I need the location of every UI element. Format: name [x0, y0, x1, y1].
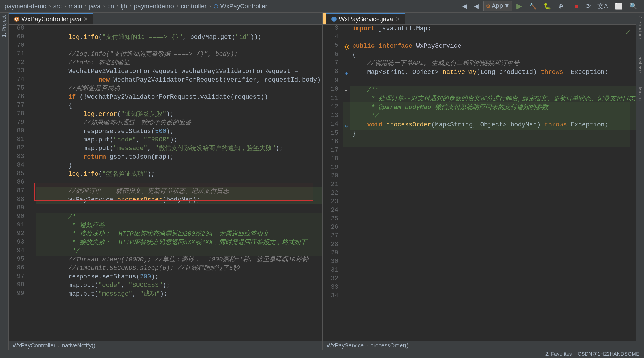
line-gutter: [29, 59, 36, 67]
favorites-label: 2: Favorites: [545, 351, 572, 357]
line-gutter: [343, 130, 350, 138]
back-button[interactable]: ◀: [460, 1, 469, 11]
left-tab-bar: C WxPayController.java ✕: [9, 13, 322, 25]
line-content: response.setStatus(200);: [36, 273, 322, 281]
line-num: 12: [323, 103, 343, 112]
forward-button[interactable]: ◀: [472, 1, 481, 11]
database-sidebar-label[interactable]: Database: [638, 53, 643, 73]
line-num: 72: [9, 59, 29, 67]
line-gutter: [29, 76, 36, 84]
left-footer-method: nativeNotify(): [62, 342, 96, 349]
line-content: WechatPay2ValidatorForRequest wechatPay2…: [36, 67, 322, 76]
line-content: * 处理订单--对支付通知的参数的密文部分进行解密,解密报文、更新订单状态、记录…: [350, 95, 636, 103]
line-content: }: [36, 161, 322, 170]
expand-button[interactable]: ⬜: [613, 1, 625, 11]
right-tab-bar: I WxPayService.java ✕: [323, 13, 636, 25]
coverage-button[interactable]: ⊕: [556, 1, 565, 11]
line-row: 17: [323, 147, 636, 155]
line-row-10: 10 = /**: [323, 86, 636, 95]
translate-button[interactable]: 文A: [595, 1, 610, 12]
line-gutter: [29, 187, 36, 196]
project-sidebar-label[interactable]: 1: Project: [1, 13, 7, 40]
stop-button[interactable]: ■: [573, 1, 581, 11]
line-row: 89: [9, 204, 322, 213]
line-content: //log.info("支付通知的完整数据 ====> {}", body);: [36, 50, 322, 59]
line-num: 29: [323, 249, 343, 258]
line-gutter: [29, 196, 36, 204]
line-content: [350, 138, 636, 147]
left-footer-class: WxPayController: [13, 342, 55, 349]
line-gutter: [29, 256, 36, 264]
line-content: [350, 249, 636, 258]
line-content: void processOrder(Map<String, Object> bo…: [350, 120, 636, 130]
line-row: 3 import java.util.Map;: [323, 25, 636, 33]
line-num: 86: [9, 179, 29, 187]
line-num: 88: [9, 196, 29, 204]
line-content: /**: [350, 86, 636, 95]
line-row: 8 ⊙ Map<String, Object> nativePay(Long p…: [323, 68, 636, 77]
line-num: 9: [323, 77, 343, 86]
line-content: [350, 77, 636, 86]
left-active-tab[interactable]: C WxPayController.java ✕: [9, 13, 93, 24]
line-content: [36, 204, 322, 213]
line-row-13: 13 */: [323, 112, 636, 120]
line-content: [36, 179, 322, 187]
left-editor-footer: WxPayController › nativeNotify(): [9, 341, 322, 350]
line-num: 5: [323, 42, 343, 51]
structure-sidebar-label[interactable]: 2: Structure: [638, 15, 643, 39]
app-icon: ⚙: [486, 2, 490, 10]
line-content: [350, 189, 636, 198]
app-selector[interactable]: ⚙ App ▼: [483, 1, 512, 11]
line-num: 85: [9, 170, 29, 179]
line-num: 22: [323, 189, 343, 198]
line-row-88: 88 wxPayService.processOrder(bodyMap);: [9, 196, 322, 204]
left-code-editor[interactable]: 68 69 log.info("支付通知的id ====> {}", bodyM…: [9, 25, 322, 341]
line-row: 74 new WechatPay2ValidatorForRequest(ver…: [9, 76, 322, 84]
line-row: 30: [323, 258, 636, 266]
run-button[interactable]: ▶: [514, 1, 524, 12]
line-content: log.info("签名验证成功");: [36, 170, 322, 179]
line-row: 77 {: [9, 102, 322, 110]
left-tab-label: WxPayController.java: [21, 15, 81, 23]
breadcrumb-sep-8: ›: [208, 3, 212, 9]
editors-main: C WxPayController.java ✕: [9, 13, 636, 350]
status-bar: 2: Favorites CSDN@1H22HANDSOME: [0, 350, 644, 358]
line-row: 26: [323, 224, 636, 232]
line-gutter: [343, 103, 350, 112]
line-num: 98: [9, 281, 29, 290]
line-content: * 通知应答: [36, 221, 322, 230]
line-gutter: [29, 102, 36, 110]
build-button[interactable]: 🔨: [527, 1, 539, 11]
line-gutter: [343, 95, 350, 103]
line-gutter: [343, 77, 350, 86]
line-gutter: [343, 59, 350, 68]
line-gutter: [29, 221, 36, 230]
line-row: 25: [323, 215, 636, 224]
right-tab-close[interactable]: ✕: [395, 16, 400, 22]
line-content: new WechatPay2ValidatorForRequest(verifi…: [36, 76, 322, 84]
line-row: 28: [323, 241, 636, 249]
line-row: 7 //调用统一下单API, 生成支付二维码的链接和订单号: [323, 59, 636, 68]
line-row: 75 //判断签是否成功: [9, 84, 322, 93]
rerun-button[interactable]: ⟳: [583, 1, 593, 11]
right-active-tab[interactable]: I WxPayService.java ✕: [326, 13, 405, 24]
right-code-editor[interactable]: ✓ 3 import java.util.Map;: [323, 25, 636, 341]
line-content: //TimeUnit.SECONDS.sleep(6); //让线程睡眠过了5秒: [36, 264, 322, 273]
line-content: * 接收失败： HTTP应答状态码需返回5XX或4XX，同时需返回应答报文，格式…: [36, 238, 322, 247]
line-num: 73: [9, 67, 29, 76]
line-gutter: ⊙: [343, 120, 350, 130]
line-content: [350, 275, 636, 284]
breadcrumb-item-1: payment-demo: [5, 3, 47, 10]
line-num: 13: [323, 112, 343, 120]
line-content: [350, 147, 636, 155]
search-button[interactable]: 🔍: [627, 1, 639, 11]
debug-button[interactable]: 🐛: [541, 1, 554, 11]
line-row-14: 14 ⊙ void processOrder(Map<String, Objec…: [323, 120, 636, 130]
left-tab-close[interactable]: ✕: [84, 16, 88, 22]
line-gutter: [29, 153, 36, 161]
line-num: 81: [9, 136, 29, 144]
line-num: 24: [323, 207, 343, 215]
line-gutter: [29, 247, 36, 256]
right-tab-icon: I: [331, 17, 337, 22]
maven-sidebar-label[interactable]: Maven: [638, 87, 643, 101]
